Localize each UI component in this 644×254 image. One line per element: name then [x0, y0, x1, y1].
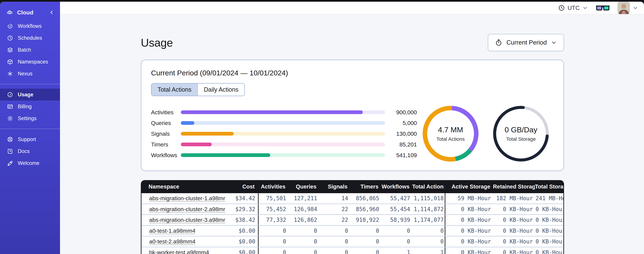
bar-row-workflows: Workflows 541,109	[151, 150, 417, 160]
column-header-signals: Signals	[319, 184, 350, 190]
total-actions-cell: 0	[413, 228, 445, 234]
column-header-namespace: Namespace	[141, 184, 224, 190]
cost-cell: $29.32	[225, 206, 258, 212]
total-actions-caption: Total Actions	[436, 136, 465, 142]
total-actions-cell: 0	[413, 238, 445, 245]
bar-row-activities: Activities 900,000	[151, 107, 417, 118]
usage-summary-card: Current Period (09/01/2024 — 10/01/2024)…	[141, 60, 564, 171]
bar-label: Signals	[151, 130, 181, 137]
timers-cell: 0	[351, 228, 382, 234]
queries-cell: 126,862	[289, 217, 320, 223]
sidebar-item-namespaces[interactable]: Namespaces	[0, 56, 60, 68]
total-storage-cell: 0 KB-Hour	[536, 238, 564, 245]
signals-cell: 22	[320, 206, 351, 212]
avatar	[618, 2, 630, 14]
tab-total-actions[interactable]: Total Actions	[152, 84, 198, 96]
content-area: Usage Current Period Current Period (09/…	[60, 14, 644, 254]
sidebar-item-workflows[interactable]: Workflows	[0, 20, 60, 32]
account-menu[interactable]	[618, 2, 638, 14]
main-column: UTC Usage	[60, 2, 644, 254]
total-actions-cell: 1,114,872	[413, 206, 445, 212]
namespace-cell: abs-migration-cluster-3.a98mm4	[142, 217, 225, 223]
nexus-asterisk-icon	[7, 70, 14, 77]
workflows-cell: 0	[382, 238, 413, 245]
signals-cell: 14	[320, 195, 351, 202]
sidebar-item-label: Settings	[18, 116, 36, 122]
namespace-link[interactable]: abs-migration-cluster-1.a98mm4	[149, 195, 225, 202]
sidebar-item-label: Schedules	[18, 35, 42, 41]
table-row: abs-migration-cluster-1.a98mm4 $34.42 75…	[142, 193, 563, 204]
sidebar-collapse-button[interactable]	[48, 9, 55, 16]
total-storage-donut: 0 GB/Day Total Storage	[493, 106, 549, 162]
schedules-icon	[7, 35, 14, 42]
sidebar-item-settings[interactable]: Settings	[0, 112, 60, 124]
usage-gauge-icon	[7, 91, 14, 98]
namespace-link[interactable]: a0-test-1.a98mm4	[149, 228, 196, 234]
bar-fill	[181, 142, 212, 146]
retained-storage-cell: 182 MB-Hour	[494, 195, 536, 202]
bar-fill	[181, 132, 234, 136]
namespace-link[interactable]: bk-worker-test.a98mm4	[149, 249, 209, 254]
timers-cell: 910,922	[351, 217, 382, 223]
period-selector-label: Current Period	[506, 39, 547, 46]
bar-label: Queries	[151, 120, 181, 126]
retained-storage-cell: 0 KB-Hour	[494, 249, 536, 254]
column-header-timers: Timers	[350, 184, 381, 190]
sidebar-item-usage[interactable]: Usage	[0, 89, 60, 100]
total-storage-cell: 0 KB-Hour	[536, 217, 564, 223]
column-header-retained-storage: Retained Storage	[493, 184, 535, 190]
column-header-workflows: Workflows	[381, 184, 412, 190]
sidebar-item-batch[interactable]: Batch	[0, 44, 60, 56]
sidebar-item-welcome[interactable]: Welcome	[0, 157, 60, 169]
cost-cell: $0.00	[225, 228, 258, 234]
actions-tab-group: Total Actions Daily Actions	[151, 83, 245, 96]
bar-track	[181, 132, 385, 136]
sidebar-item-support[interactable]: Support	[0, 133, 60, 145]
total-actions-cell: 1,174,077	[413, 217, 445, 223]
tab-daily-actions[interactable]: Daily Actions	[198, 84, 244, 96]
total-actions-value: 4.7 MM	[438, 126, 463, 134]
signals-cell: 0	[320, 249, 351, 254]
active-storage-cell: 0 KB-Hour	[445, 247, 494, 254]
sidebar-divider	[0, 84, 60, 84]
sidebar-divider	[0, 129, 60, 129]
namespace-cell: abs-migration-cluster-2.a98mm4	[142, 206, 225, 212]
page-title: Usage	[141, 36, 173, 49]
bar-track	[181, 121, 385, 125]
sidebar-item-label: Batch	[18, 47, 31, 53]
table-row: abs-migration-cluster-3.a98mm4 $38.42 77…	[142, 215, 563, 226]
retained-storage-cell: 0 KB-Hour	[494, 206, 536, 212]
total-storage-cell: 241 MB-Hour	[536, 195, 564, 202]
queries-cell: 126,984	[289, 206, 320, 212]
namespace-usage-table: Namespace Cost Activities Queries Signal…	[141, 180, 564, 254]
timezone-dropdown[interactable]: UTC	[558, 4, 588, 11]
active-storage-cell: 0 KB-Hour	[445, 226, 494, 236]
namespace-link[interactable]: abs-migration-cluster-2.a98mm4	[149, 206, 225, 212]
bar-row-queries: Queries 5,000	[151, 118, 417, 128]
cost-cell: $0.00	[225, 249, 258, 254]
docs-book-icon	[7, 148, 14, 155]
bar-track	[181, 142, 385, 146]
cost-cell: $0.00	[225, 238, 258, 245]
namespace-link[interactable]: a0-test-2.a98mm4	[149, 238, 196, 244]
total-actions-cell: 1,115,018	[413, 195, 445, 202]
sidebar-item-label: Nexus	[18, 71, 32, 77]
activities-cell: 77,332	[258, 215, 289, 225]
bar-track	[181, 153, 385, 157]
sidebar-header: Cloud	[0, 7, 60, 20]
period-selector-button[interactable]: Current Period	[488, 34, 564, 51]
namespace-cell: abs-migration-cluster-1.a98mm4	[142, 195, 225, 202]
bar-value: 900,000	[385, 109, 417, 116]
sidebar-item-schedules[interactable]: Schedules	[0, 32, 60, 44]
total-storage-caption: Total Storage	[506, 136, 536, 142]
labs-glasses-toggle[interactable]	[596, 4, 610, 12]
timers-cell: 0	[351, 249, 382, 254]
namespace-link[interactable]: abs-migration-cluster-3.a98mm4	[149, 217, 225, 223]
bar-fill	[181, 153, 270, 157]
sidebar-item-nexus[interactable]: Nexus	[0, 68, 60, 80]
bar-fill	[181, 121, 194, 125]
column-header-total-actions: Total Actions	[412, 184, 444, 190]
sidebar-item-billing[interactable]: Billing	[0, 100, 60, 112]
sidebar-item-docs[interactable]: Docs	[0, 145, 60, 157]
table-row: a0-test-1.a98mm4 $0.00 0 0 0 0 0 0 0 KB-…	[142, 226, 563, 236]
